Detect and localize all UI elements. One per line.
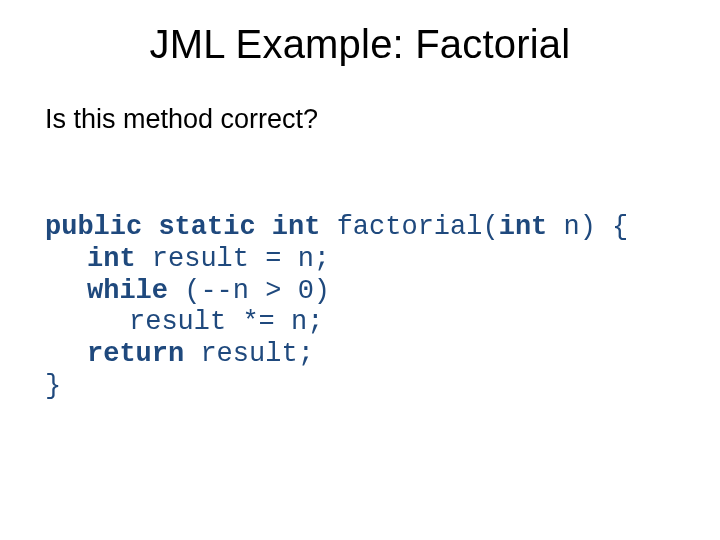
code-text: result *= n; [129,307,323,337]
slide-title: JML Example: Factorial [0,0,720,67]
code-text: result; [184,339,314,369]
slide: JML Example: Factorial Is this method co… [0,0,720,540]
code-block: public static int factorial(int n) { int… [45,180,628,403]
kw-while: while [87,276,168,306]
kw-static: static [158,212,255,242]
kw-int: int [87,244,136,274]
code-text: } [45,371,61,401]
slide-subtitle: Is this method correct? [45,104,318,135]
code-text: factorial( [320,212,498,242]
code-text: n) { [547,212,628,242]
code-text: result = n; [136,244,330,274]
kw-int: int [499,212,548,242]
kw-int: int [272,212,321,242]
code-text: (--n > 0) [168,276,330,306]
kw-public: public [45,212,142,242]
kw-return: return [87,339,184,369]
